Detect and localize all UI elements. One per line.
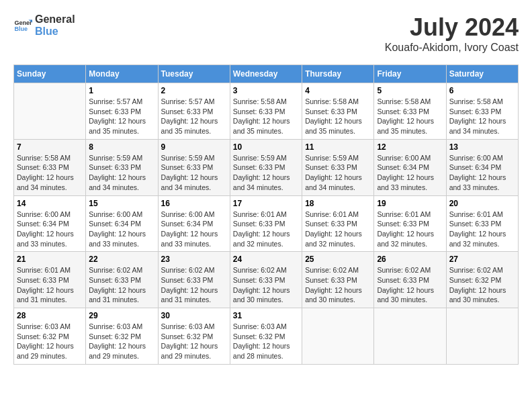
day-number: 31 <box>233 311 299 320</box>
col-saturday: Saturday <box>446 65 518 83</box>
cell-w2-d4: 10Sunrise: 5:59 AM Sunset: 6:33 PM Dayli… <box>230 139 302 195</box>
day-info: Sunrise: 5:59 AM Sunset: 6:33 PM Dayligh… <box>305 153 371 193</box>
cell-w1-d2: 1Sunrise: 5:57 AM Sunset: 6:33 PM Daylig… <box>86 83 158 140</box>
day-info: Sunrise: 5:58 AM Sunset: 6:33 PM Dayligh… <box>377 97 443 136</box>
day-info: Sunrise: 6:00 AM Sunset: 6:34 PM Dayligh… <box>377 153 443 193</box>
svg-text:Blue: Blue <box>14 26 28 32</box>
cell-w1-d4: 3Sunrise: 5:58 AM Sunset: 6:33 PM Daylig… <box>230 83 302 140</box>
day-number: 29 <box>89 311 154 320</box>
day-info: Sunrise: 6:02 AM Sunset: 6:33 PM Dayligh… <box>89 265 154 305</box>
day-number: 1 <box>89 86 154 95</box>
week-row-2: 7Sunrise: 5:58 AM Sunset: 6:33 PM Daylig… <box>14 139 519 195</box>
cell-w1-d6: 5Sunrise: 5:58 AM Sunset: 6:33 PM Daylig… <box>374 83 446 140</box>
day-number: 12 <box>377 142 443 152</box>
cell-w1-d5: 4Sunrise: 5:58 AM Sunset: 6:33 PM Daylig… <box>302 83 374 140</box>
day-number: 13 <box>449 142 515 152</box>
day-info: Sunrise: 6:02 AM Sunset: 6:33 PM Dayligh… <box>161 265 227 305</box>
day-info: Sunrise: 6:01 AM Sunset: 6:33 PM Dayligh… <box>377 210 443 249</box>
day-info: Sunrise: 5:59 AM Sunset: 6:33 PM Dayligh… <box>233 153 299 193</box>
day-number: 16 <box>161 199 227 208</box>
day-number: 6 <box>449 86 515 95</box>
day-number: 25 <box>305 255 371 264</box>
cell-w2-d6: 12Sunrise: 6:00 AM Sunset: 6:34 PM Dayli… <box>374 139 446 195</box>
month-year: July 2024 <box>385 13 519 42</box>
col-wednesday: Wednesday <box>230 65 302 83</box>
day-info: Sunrise: 6:00 AM Sunset: 6:34 PM Dayligh… <box>449 153 515 193</box>
day-info: Sunrise: 6:02 AM Sunset: 6:33 PM Dayligh… <box>233 265 299 305</box>
logo-blue: Blue <box>35 26 75 38</box>
cell-w5-d4: 31Sunrise: 6:03 AM Sunset: 6:32 PM Dayli… <box>230 308 302 365</box>
calendar-table: Sunday Monday Tuesday Wednesday Thursday… <box>13 64 519 365</box>
logo-icon: General Blue <box>13 16 32 35</box>
cell-w2-d2: 8Sunrise: 5:59 AM Sunset: 6:33 PM Daylig… <box>86 139 158 195</box>
cell-w4-d4: 24Sunrise: 6:02 AM Sunset: 6:33 PM Dayli… <box>230 252 302 308</box>
day-info: Sunrise: 6:01 AM Sunset: 6:33 PM Dayligh… <box>305 210 371 249</box>
col-friday: Friday <box>374 65 446 83</box>
cell-w2-d7: 13Sunrise: 6:00 AM Sunset: 6:34 PM Dayli… <box>446 139 518 195</box>
day-info: Sunrise: 6:03 AM Sunset: 6:32 PM Dayligh… <box>233 322 299 361</box>
day-number: 4 <box>305 86 371 95</box>
day-info: Sunrise: 5:58 AM Sunset: 6:33 PM Dayligh… <box>305 97 371 136</box>
day-number: 11 <box>305 142 371 152</box>
cell-w2-d3: 9Sunrise: 5:59 AM Sunset: 6:33 PM Daylig… <box>158 139 230 195</box>
day-info: Sunrise: 5:59 AM Sunset: 6:33 PM Dayligh… <box>161 153 227 193</box>
location: Kouafo-Akidom, Ivory Coast <box>385 42 519 54</box>
cell-w1-d7: 6Sunrise: 5:58 AM Sunset: 6:33 PM Daylig… <box>446 83 518 140</box>
day-number: 14 <box>17 199 83 208</box>
day-number: 24 <box>233 255 299 264</box>
day-number: 18 <box>305 199 371 208</box>
week-row-5: 28Sunrise: 6:03 AM Sunset: 6:32 PM Dayli… <box>14 308 519 365</box>
cell-w3-d3: 16Sunrise: 6:00 AM Sunset: 6:34 PM Dayli… <box>158 195 230 252</box>
day-info: Sunrise: 6:03 AM Sunset: 6:32 PM Dayligh… <box>17 322 83 361</box>
day-info: Sunrise: 5:57 AM Sunset: 6:33 PM Dayligh… <box>89 97 154 136</box>
cell-w3-d7: 20Sunrise: 6:01 AM Sunset: 6:33 PM Dayli… <box>446 195 518 252</box>
cell-w1-d3: 2Sunrise: 5:57 AM Sunset: 6:33 PM Daylig… <box>158 83 230 140</box>
day-number: 19 <box>377 199 443 208</box>
day-info: Sunrise: 5:58 AM Sunset: 6:33 PM Dayligh… <box>17 153 83 193</box>
header: General Blue General Blue July 2024 Koua… <box>13 13 519 54</box>
day-number: 8 <box>89 142 154 152</box>
cell-w4-d3: 23Sunrise: 6:02 AM Sunset: 6:33 PM Dayli… <box>158 252 230 308</box>
cell-w3-d6: 19Sunrise: 6:01 AM Sunset: 6:33 PM Dayli… <box>374 195 446 252</box>
cell-w4-d2: 22Sunrise: 6:02 AM Sunset: 6:33 PM Dayli… <box>86 252 158 308</box>
day-number: 22 <box>89 255 154 264</box>
cell-w5-d2: 29Sunrise: 6:03 AM Sunset: 6:32 PM Dayli… <box>86 308 158 365</box>
day-info: Sunrise: 6:03 AM Sunset: 6:32 PM Dayligh… <box>161 322 227 361</box>
day-number: 7 <box>17 142 83 152</box>
col-monday: Monday <box>86 65 158 83</box>
week-row-1: 1Sunrise: 5:57 AM Sunset: 6:33 PM Daylig… <box>14 83 519 140</box>
day-info: Sunrise: 6:00 AM Sunset: 6:34 PM Dayligh… <box>89 210 154 249</box>
day-info: Sunrise: 6:01 AM Sunset: 6:33 PM Dayligh… <box>233 210 299 249</box>
day-number: 20 <box>449 199 515 208</box>
day-number: 23 <box>161 255 227 264</box>
day-info: Sunrise: 5:59 AM Sunset: 6:33 PM Dayligh… <box>89 153 154 193</box>
day-info: Sunrise: 6:00 AM Sunset: 6:34 PM Dayligh… <box>17 210 83 249</box>
col-thursday: Thursday <box>302 65 374 83</box>
cell-w4-d1: 21Sunrise: 6:01 AM Sunset: 6:33 PM Dayli… <box>14 252 86 308</box>
cell-w3-d4: 17Sunrise: 6:01 AM Sunset: 6:33 PM Dayli… <box>230 195 302 252</box>
title-section: July 2024 Kouafo-Akidom, Ivory Coast <box>385 13 519 54</box>
day-number: 28 <box>17 311 83 320</box>
week-row-4: 21Sunrise: 6:01 AM Sunset: 6:33 PM Dayli… <box>14 252 519 308</box>
day-number: 15 <box>89 199 154 208</box>
day-number: 5 <box>377 86 443 95</box>
cell-w3-d5: 18Sunrise: 6:01 AM Sunset: 6:33 PM Dayli… <box>302 195 374 252</box>
day-info: Sunrise: 6:00 AM Sunset: 6:34 PM Dayligh… <box>161 210 227 249</box>
col-sunday: Sunday <box>14 65 86 83</box>
day-info: Sunrise: 6:01 AM Sunset: 6:33 PM Dayligh… <box>449 210 515 249</box>
day-number: 17 <box>233 199 299 208</box>
calendar-header-row: Sunday Monday Tuesday Wednesday Thursday… <box>14 65 519 83</box>
day-info: Sunrise: 6:02 AM Sunset: 6:33 PM Dayligh… <box>377 265 443 305</box>
cell-w4-d7: 27Sunrise: 6:02 AM Sunset: 6:32 PM Dayli… <box>446 252 518 308</box>
day-info: Sunrise: 5:58 AM Sunset: 6:33 PM Dayligh… <box>233 97 299 136</box>
col-tuesday: Tuesday <box>158 65 230 83</box>
logo-general: General <box>35 13 75 26</box>
day-info: Sunrise: 6:01 AM Sunset: 6:33 PM Dayligh… <box>17 265 83 305</box>
day-info: Sunrise: 6:02 AM Sunset: 6:32 PM Dayligh… <box>449 265 515 305</box>
day-number: 21 <box>17 255 83 264</box>
day-info: Sunrise: 6:02 AM Sunset: 6:33 PM Dayligh… <box>305 265 371 305</box>
logo: General Blue General Blue <box>13 13 75 37</box>
day-number: 2 <box>161 86 227 95</box>
day-number: 9 <box>161 142 227 152</box>
day-info: Sunrise: 5:58 AM Sunset: 6:33 PM Dayligh… <box>449 97 515 136</box>
